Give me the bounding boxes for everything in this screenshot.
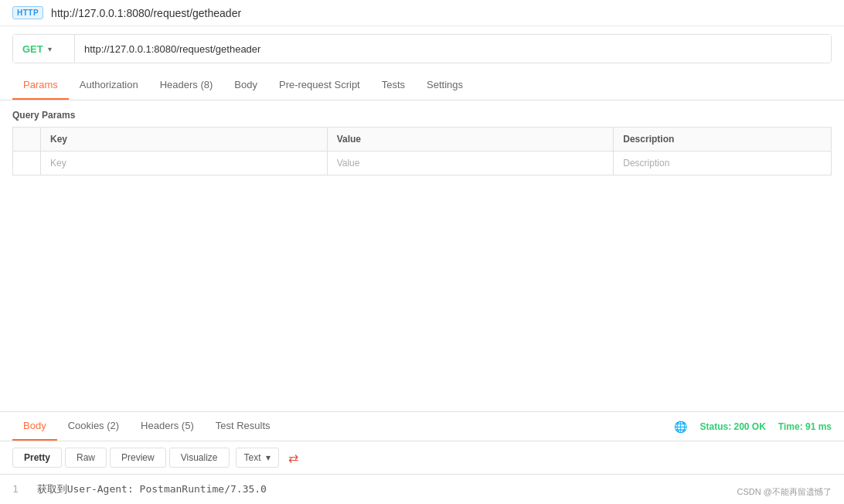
tab-params[interactable]: Params (12, 71, 69, 100)
desc-input-cell[interactable]: Description (614, 152, 832, 175)
response-line-1-content: 获取到User-Agent: PostmanRuntime/7.35.0 (37, 483, 267, 495)
query-params-label: Query Params (0, 100, 844, 127)
tab-settings[interactable]: Settings (416, 71, 474, 100)
key-input-cell[interactable]: Key (41, 152, 328, 175)
value-col-header: Value (327, 128, 614, 152)
line-number-1: 1 (12, 483, 19, 495)
text-format-dropdown[interactable]: Text ▾ (236, 448, 279, 468)
format-pretty-button[interactable]: Pretty (12, 448, 62, 468)
response-tab-testresults[interactable]: Test Results (205, 412, 281, 441)
method-text: GET (22, 43, 43, 55)
checkbox-col-header (13, 128, 41, 152)
row-checkbox-cell (13, 152, 41, 175)
format-toolbar: Pretty Raw Preview Visualize Text ▾ ⇄ (0, 441, 844, 475)
wrap-icon[interactable]: ⇄ (288, 451, 298, 465)
request-bar: GET ▾ (12, 34, 832, 63)
desc-col-header: Description (614, 128, 832, 152)
table-row: Key Value Description (13, 152, 832, 175)
format-visualize-button[interactable]: Visualize (169, 448, 230, 468)
response-status-bar: 🌐 Status: 200 OK Time: 91 ms (674, 421, 832, 433)
text-format-label: Text (244, 452, 261, 463)
key-col-header: Key (41, 128, 328, 152)
tab-tests[interactable]: Tests (371, 71, 416, 100)
http-badge: HTTP (12, 6, 43, 19)
status-ok: Status: 200 OK (699, 421, 765, 432)
response-tab-body[interactable]: Body (12, 412, 57, 441)
chevron-down-icon: ▾ (48, 45, 52, 53)
tab-body[interactable]: Body (223, 71, 268, 100)
response-tab-cookies[interactable]: Cookies (2) (57, 412, 130, 441)
method-selector[interactable]: GET ▾ (13, 35, 75, 63)
watermark: CSDN @不能再留遗憾了 (737, 486, 832, 498)
value-input-cell[interactable]: Value (327, 152, 614, 175)
request-tabs: Params Authorization Headers (8) Body Pr… (0, 71, 844, 100)
response-section: Body Cookies (2) Headers (5) Test Result… (0, 411, 844, 504)
params-table: Key Value Description Key Value Descript… (12, 127, 832, 175)
response-body: 1 获取到User-Agent: PostmanRuntime/7.35.0 (0, 475, 844, 504)
tab-headers[interactable]: Headers (8) (149, 71, 224, 100)
title-url: http://127.0.0.1:8080/request/getheader (51, 7, 241, 19)
text-format-chevron: ▾ (266, 452, 271, 463)
title-bar: HTTP http://127.0.0.1:8080/request/gethe… (0, 0, 844, 26)
format-preview-button[interactable]: Preview (110, 448, 166, 468)
response-tab-headers[interactable]: Headers (5) (130, 412, 205, 441)
globe-icon: 🌐 (674, 421, 687, 433)
url-input[interactable] (75, 35, 831, 63)
tab-authorization[interactable]: Authorization (69, 71, 149, 100)
format-raw-button[interactable]: Raw (65, 448, 107, 468)
response-time: Time: 91 ms (778, 421, 832, 432)
response-tabs: Body Cookies (2) Headers (5) Test Result… (0, 412, 844, 441)
tab-prerequest[interactable]: Pre-request Script (268, 71, 371, 100)
